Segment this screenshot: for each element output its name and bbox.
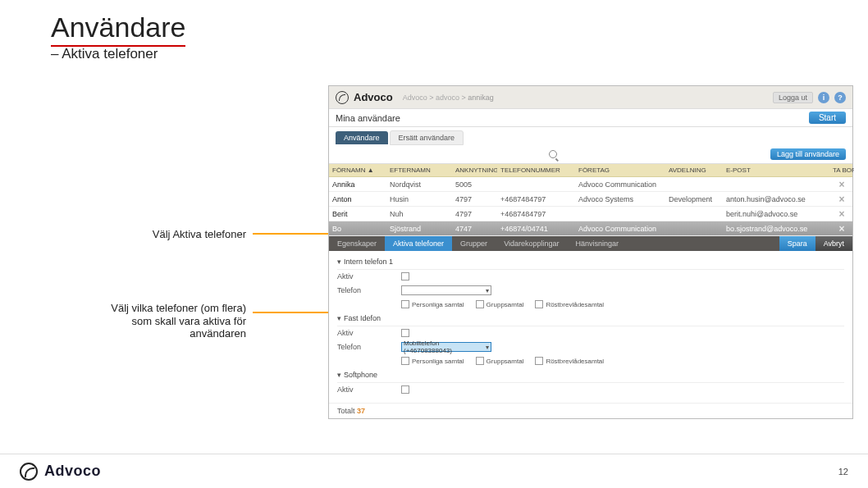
advoco-footer-icon <box>20 463 38 481</box>
detail-tab-egenskaper[interactable]: Egenskaper <box>329 236 385 251</box>
cancel-button[interactable]: Avbryt <box>815 236 852 251</box>
cell-last: Nordqvist <box>386 180 452 189</box>
chk-gruppsamtal[interactable] <box>476 300 484 308</box>
cell-phone: +46874/04741 <box>497 225 575 233</box>
aktiv-checkbox[interactable] <box>401 272 409 280</box>
detail-tab-hanvisningar[interactable]: Hänvisningar <box>568 236 628 251</box>
tab-ersatt-anvandare[interactable]: Ersätt användare <box>390 130 464 145</box>
search-area[interactable] <box>336 150 770 158</box>
footer-brand: Advoco <box>44 463 101 480</box>
detail-tab-aktiva-telefoner[interactable]: Aktiva telefoner <box>385 236 452 251</box>
save-button[interactable]: Spara <box>779 236 815 251</box>
label-telefon: Telefon <box>337 286 395 294</box>
breadcrumb: Advoco > advoco > annikag <box>403 93 494 102</box>
cell-first: Anton <box>329 195 386 203</box>
cell-dept: Development <box>665 195 723 203</box>
telefon-dropdown[interactable] <box>401 285 491 295</box>
table-row-selected[interactable]: Bo Sjöstrand 4747 +46874/04741 Advoco Co… <box>329 221 852 236</box>
total-row: Totalt 37 <box>329 403 852 418</box>
label-aktiv-2: Aktiv <box>337 329 395 337</box>
col-anknytning[interactable]: ANKNYTNING <box>452 166 497 174</box>
slide-title: Användare <box>51 11 185 47</box>
cell-company: Advoco Communication <box>575 225 665 233</box>
col-avdelning[interactable]: AVDELNING <box>665 166 723 174</box>
detail-tab-vidarekopplingar[interactable]: Vidarekopplingar <box>496 236 567 251</box>
cell-last: Nuh <box>386 210 452 218</box>
app-name: Advoco <box>354 91 393 103</box>
detail-tab-grupper[interactable]: Grupper <box>452 236 496 251</box>
cell-company: Advoco Communication <box>575 180 665 189</box>
footer-logo: Advoco <box>20 463 101 481</box>
cell-first: Berit <box>329 210 386 218</box>
cell-ext: 5005 <box>452 180 497 189</box>
top-tab-row: Användare Ersätt användare <box>329 127 852 145</box>
delete-row-icon[interactable]: × <box>829 223 854 235</box>
section-softphone[interactable]: ▾Softphone <box>337 367 844 383</box>
col-foretag[interactable]: FÖRETAG <box>575 166 665 174</box>
cell-email: anton.husin@advoco.se <box>723 195 829 203</box>
start-button[interactable]: Start <box>809 112 846 124</box>
advoco-logo-icon <box>336 91 349 104</box>
cell-first: Annika <box>329 180 386 189</box>
col-telefon[interactable]: TELEFONNUMMER <box>497 166 575 174</box>
aktiv-checkbox-3[interactable] <box>401 385 409 394</box>
table-row[interactable]: Anton Husin 4797 +4687484797 Advoco Syst… <box>329 192 852 207</box>
section-intern-telefon[interactable]: ▾Intern telefon 1 <box>337 254 844 270</box>
app-topbar: Advoco Advoco > advoco > annikag Logga u… <box>329 86 852 109</box>
cell-email: berit.nuhi@advoco.se <box>723 210 829 218</box>
call-type-group-2: Personliga samtal Gruppsamtal Röstbrevlå… <box>401 357 604 365</box>
cell-ext: 4797 <box>452 195 497 203</box>
label-aktiv: Aktiv <box>337 272 395 280</box>
cell-phone: +4687484797 <box>497 195 575 203</box>
col-tabort: TA BORT <box>829 166 854 174</box>
cell-first: Bo <box>329 225 386 233</box>
cell-phone: +4687484797 <box>497 210 575 218</box>
detail-body: ▾Intern telefon 1 Aktiv Telefon Personli… <box>329 251 852 403</box>
chk-personliga[interactable] <box>401 300 409 308</box>
cell-company: Advoco Systems <box>575 195 665 203</box>
tab-anvandare[interactable]: Användare <box>336 131 388 144</box>
slide-subtitle: – Aktiva telefoner <box>51 46 158 62</box>
chk-rostbrevlada[interactable] <box>535 300 543 308</box>
page-number: 12 <box>838 467 848 477</box>
cell-last: Husin <box>386 195 452 203</box>
app-screenshot: Advoco Advoco > advoco > annikag Logga u… <box>328 85 853 419</box>
cell-ext: 4747 <box>452 225 497 233</box>
delete-row-icon[interactable]: × <box>829 208 854 220</box>
search-icon <box>549 150 557 158</box>
col-epost[interactable]: E-POST <box>723 166 829 174</box>
search-row: Lägg till användare <box>329 145 852 164</box>
table-row[interactable]: Annika Nordqvist 5005 Advoco Communicati… <box>329 177 852 192</box>
cell-email: bo.sjostrand@advoco.se <box>723 225 829 233</box>
table-header-row: FÖRNAMN ▲ EFTERNAMN ANKNYTNING TELEFONNU… <box>329 164 852 177</box>
cell-ext: 4797 <box>452 210 497 218</box>
label-aktiv-3: Aktiv <box>337 385 395 394</box>
label-telefon-2: Telefon <box>337 343 395 351</box>
col-efternamn[interactable]: EFTERNAMN <box>386 166 452 174</box>
chk-rostbrevlada-2[interactable] <box>535 357 543 365</box>
aktiv-checkbox-2[interactable] <box>401 329 409 337</box>
chk-gruppsamtal-2[interactable] <box>476 357 484 365</box>
section-bar: Mina användare Start <box>329 109 852 127</box>
col-fornamn[interactable]: FÖRNAMN ▲ <box>329 166 386 174</box>
info-icon[interactable]: i <box>818 92 829 103</box>
annotation-valj-telefoner: Välj vilka telefoner (om flera) som skal… <box>98 302 246 340</box>
section-fast-telefon[interactable]: ▾Fast Idefon <box>337 311 844 326</box>
chk-personliga-2[interactable] <box>401 357 409 365</box>
section-title: Mina användare <box>336 113 400 123</box>
annotation-aktiva-telefoner: Välj Aktiva telefoner <box>107 228 246 240</box>
detail-tab-row: Egenskaper Aktiva telefoner Grupper Vida… <box>329 236 852 251</box>
add-user-button[interactable]: Lägg till användare <box>770 148 846 160</box>
help-icon[interactable]: ? <box>834 92 846 103</box>
delete-row-icon[interactable]: × <box>829 179 854 190</box>
logout-button[interactable]: Logga ut <box>773 92 813 103</box>
telefon-dropdown-highlighted[interactable]: Mobiltelefon (+46708388043) <box>401 342 491 352</box>
cell-last: Sjöstrand <box>386 225 452 233</box>
call-type-group: Personliga samtal Gruppsamtal Röstbrevlå… <box>401 300 604 308</box>
table-row[interactable]: Berit Nuh 4797 +4687484797 berit.nuhi@ad… <box>329 207 852 221</box>
slide-footer: Advoco 12 <box>0 454 868 488</box>
delete-row-icon[interactable]: × <box>829 194 854 205</box>
